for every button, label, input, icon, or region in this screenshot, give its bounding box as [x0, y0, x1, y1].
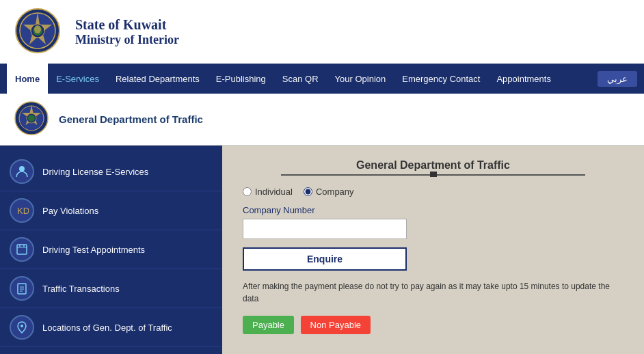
sidebar-item-driving-test-label: Driving Test Appointments: [42, 245, 145, 255]
enquire-button[interactable]: Enquire: [243, 247, 407, 271]
radio-company[interactable]: [304, 187, 312, 196]
svg-rect-13: [17, 245, 27, 254]
svg-point-21: [21, 325, 23, 327]
nav-item-your-opinion[interactable]: Your Opinion: [327, 64, 394, 94]
nav-item-eservices[interactable]: E-Services: [48, 64, 107, 94]
sidebar-item-conditions[interactable]: Conditions to Obtain Driving License (No…: [0, 347, 222, 354]
sidebar-item-driving-test[interactable]: Driving Test Appointments: [0, 230, 222, 269]
svg-text:KD: KD: [17, 206, 29, 216]
nav-arabic-button[interactable]: عربي: [598, 71, 637, 87]
header-logo: [14, 7, 62, 57]
radio-individual[interactable]: [243, 187, 252, 196]
nav-item-related-departments[interactable]: Related Departments: [107, 64, 208, 94]
action-buttons: Payable Non Payable: [243, 316, 623, 334]
sidebar-item-traffic-transactions[interactable]: Traffic Transactions: [0, 269, 222, 308]
svg-point-11: [19, 166, 25, 172]
sidebar-item-driving-license[interactable]: Driving License E-Services: [0, 152, 222, 191]
nav-item-epublishing[interactable]: E-Publishing: [208, 64, 274, 94]
driving-license-icon: [10, 159, 34, 184]
sidebar-item-traffic-transactions-label: Traffic Transactions: [42, 284, 120, 294]
radio-company-text: Company: [316, 187, 354, 197]
type-selector: Individual Company: [243, 187, 623, 197]
sub-header-title: General Department of Traffic: [59, 113, 203, 125]
content-title: General Department of Traffic: [243, 159, 623, 172]
driving-test-icon: [10, 237, 34, 262]
page-header: State of Kuwait Ministry of Interior: [0, 0, 644, 64]
sub-header: General Department of Traffic: [0, 94, 644, 146]
nav-item-scan-qr[interactable]: Scan QR: [274, 64, 327, 94]
company-number-input[interactable]: [243, 219, 407, 239]
svg-point-10: [28, 115, 35, 122]
notice-text: After making the payment please do not t…: [243, 280, 623, 305]
radio-individual-label[interactable]: Individual: [243, 187, 293, 197]
radio-individual-text: Individual: [255, 187, 293, 197]
nav-item-home[interactable]: Home: [7, 64, 48, 94]
sidebar-item-driving-license-label: Driving License E-Services: [42, 167, 148, 177]
sidebar-item-pay-violations[interactable]: KD Pay Violations: [0, 191, 222, 230]
main-content: Driving License E-Services KD Pay Violat…: [0, 146, 644, 354]
svg-point-5: [34, 25, 41, 33]
content-area: General Department of Traffic Individual…: [222, 146, 644, 354]
payable-button[interactable]: Payable: [243, 316, 294, 334]
pay-violations-icon: KD: [10, 198, 34, 223]
sidebar-item-locations[interactable]: Locations of Gen. Dept. of Traffic: [0, 308, 222, 347]
nonpayable-button[interactable]: Non Payable: [301, 316, 371, 334]
sidebar-item-pay-violations-label: Pay Violations: [42, 206, 98, 216]
locations-icon: [10, 315, 34, 340]
sidebar: Driving License E-Services KD Pay Violat…: [0, 146, 222, 354]
traffic-transactions-icon: [10, 276, 34, 301]
header-title: State of Kuwait Ministry of Interior: [75, 17, 179, 47]
title-divider: [281, 174, 586, 176]
radio-company-label[interactable]: Company: [304, 187, 354, 197]
sub-header-logo: [14, 100, 49, 138]
nav-item-emergency-contact[interactable]: Emergency Contact: [394, 64, 488, 94]
company-number-label: Company Number: [243, 205, 623, 215]
sidebar-item-locations-label: Locations of Gen. Dept. of Traffic: [42, 323, 172, 333]
navbar: Home E-Services Related Departments E-Pu…: [0, 64, 644, 94]
nav-item-appointments[interactable]: Appointments: [488, 64, 559, 94]
